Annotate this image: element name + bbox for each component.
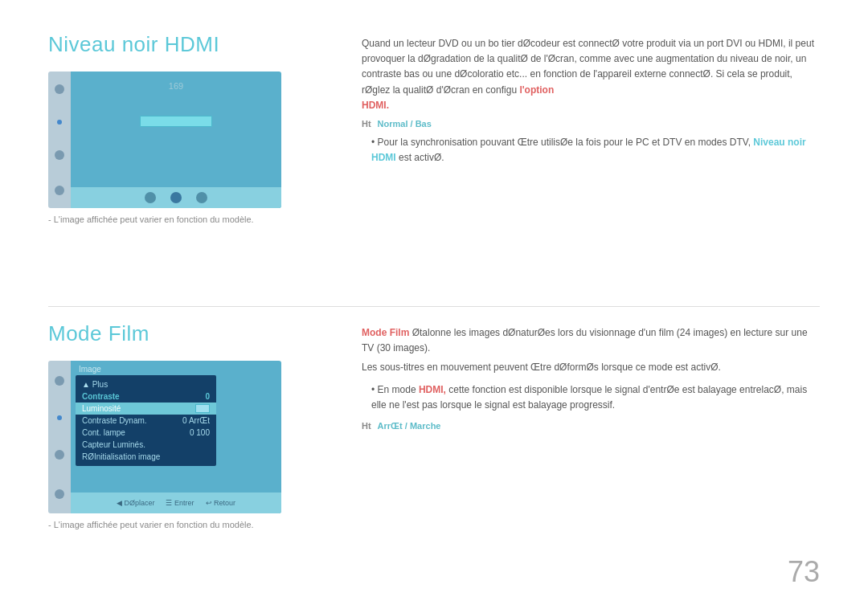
tv-icon-1b	[170, 192, 182, 203]
page: Niveau noir HDMI 169	[0, 0, 868, 613]
section-hdmi-right: Quand un lecteur DVD ou un bo tier dØcod…	[362, 32, 820, 292]
hdmi-bullet: Pour la synchronisation pouvant Œtre uti…	[362, 135, 820, 166]
tv-bottom-bar-1	[71, 187, 281, 208]
section-film-title: Mode Film	[48, 321, 338, 346]
section-film-body: Mode Film Øtalonne les images dØnaturØes…	[362, 325, 820, 356]
tv-highlight-1	[140, 116, 212, 127]
film-hint: Ht ArrŒt / Marche	[362, 421, 820, 431]
gear-icon-2c	[55, 489, 64, 499]
hdmi-link-option: l'option	[519, 84, 554, 96]
tv-screen-2: Image ▲ Plus Contraste0 Luminosité Contr…	[71, 361, 281, 513]
gear-icon-1	[55, 84, 64, 94]
film-intro: Øtalonne les images dØnaturØes lors du v…	[362, 327, 808, 353]
tv-nav-back: ↩ Retour	[206, 499, 236, 507]
section-divider	[48, 306, 820, 307]
section-hdmi-body: Quand un lecteur DVD ou un bo tier dØcod…	[362, 36, 820, 98]
menu-item-capteur: Capteur Luminés.	[76, 439, 216, 451]
film-link: Mode Film	[362, 327, 409, 338]
section-film-subtitle: Les sous-titres en mouvement peuvent Œtr…	[362, 360, 820, 375]
hdmi-link-text: HDMI.	[362, 100, 820, 111]
hdmi-hint: Ht Normal / Bas	[362, 119, 820, 129]
tv-nav-enter: ☰ Entrer	[166, 499, 194, 507]
gear-icon-2a	[55, 376, 64, 386]
tv-bottom-bar-2: ◀ DØplacer ☰ Entrer ↩ Retour	[71, 492, 281, 513]
menu-item-plus: ▲ Plus	[76, 378, 216, 390]
tv-number-1: 169	[169, 81, 183, 91]
gear-icon-2	[55, 150, 64, 160]
hdmi-hint-label: Ht	[362, 119, 371, 129]
section-film-caption: - L'image affichée peut varier en foncti…	[48, 520, 338, 529]
section-hdmi-left: Niveau noir HDMI 169	[48, 32, 338, 292]
section-hdmi-caption: - L'image affichée peut varier en foncti…	[48, 215, 338, 224]
section-film-left: Mode Film Image ▲ Plus C	[48, 321, 338, 581]
section-hdmi: Niveau noir HDMI 169	[48, 32, 820, 292]
menu-item-contraste: Contraste0	[76, 390, 216, 403]
film-hint-label: Ht	[362, 421, 371, 431]
menu-item-reinit: RØInitialisation image	[76, 451, 216, 463]
page-number: 73	[788, 555, 820, 589]
gear-icon-2b	[55, 450, 64, 460]
blue-dot-1	[57, 120, 62, 125]
gear-icon-3	[55, 186, 64, 195]
tv-icon-1a	[145, 192, 156, 203]
tv-menu-label: Image	[79, 365, 101, 374]
film-bullet: En mode HDMI, cette fonction est disponi…	[362, 382, 820, 413]
hdmi-intro-text: Quand un lecteur DVD ou un bo tier dØcod…	[362, 38, 814, 96]
blue-dot-2	[57, 415, 62, 420]
tv-screen-1: 169	[71, 72, 281, 208]
section-film: Mode Film Image ▲ Plus C	[48, 321, 820, 581]
film-bullet-link: HDMI,	[419, 384, 446, 395]
tv-nav-move: ◀ DØplacer	[117, 499, 155, 507]
menu-item-dynam: Contraste Dynam.0 ArrŒt	[76, 415, 216, 427]
tv-menu: ▲ Plus Contraste0 Luminosité Contraste D…	[76, 375, 216, 466]
menu-item-luminosite: Luminosité	[76, 403, 216, 415]
film-hint-value: ArrŒt / Marche	[378, 421, 441, 431]
section-hdmi-title: Niveau noir HDMI	[48, 32, 338, 57]
menu-item-lampe: Cont. lampe0 100	[76, 427, 216, 439]
tv-icon-1c	[196, 192, 207, 203]
section-film-right: Mode Film Øtalonne les images dØnaturØes…	[362, 321, 820, 581]
hdmi-hint-value: Normal / Bas	[378, 119, 432, 129]
